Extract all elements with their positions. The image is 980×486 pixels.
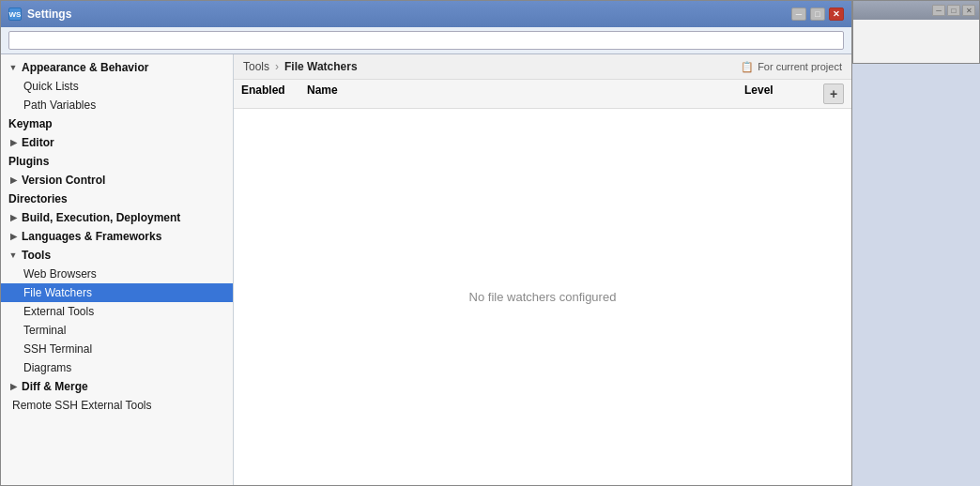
sidebar-item-plugins[interactable]: Plugins	[1, 152, 233, 171]
app-icon: WS	[8, 8, 22, 21]
sidebar-label-keymap: Keymap	[8, 117, 53, 130]
sidebar-item-languages[interactable]: Languages & Frameworks	[1, 227, 233, 246]
title-controls: ─ □ ✕	[791, 8, 844, 21]
sidebar-label-editor: Editor	[22, 136, 54, 149]
sidebar-item-terminal[interactable]: Terminal	[1, 321, 233, 340]
breadcrumb-parent: Tools	[243, 60, 269, 73]
sidebar-label-quick-lists: Quick Lists	[23, 80, 79, 93]
sidebar-label-remote-ssh: Remote SSH External Tools	[12, 399, 152, 412]
second-title-bar: ─ □ ✕	[853, 1, 979, 20]
sidebar-item-path-variables[interactable]: Path Variables	[1, 96, 233, 114]
content-area: Tools › File Watchers 📋 For current proj…	[234, 54, 851, 485]
expand-arrow-vc	[8, 175, 18, 185]
settings-window: WS Settings ─ □ ✕ Appearance & Behavior …	[0, 0, 852, 486]
sidebar-item-tools[interactable]: Tools	[1, 246, 233, 265]
sidebar-item-web-browsers[interactable]: Web Browsers	[1, 265, 233, 283]
sidebar-item-file-watchers[interactable]: File Watchers	[1, 283, 233, 302]
second-window: ─ □ ✕	[852, 0, 980, 64]
expand-arrow-languages	[8, 232, 18, 241]
breadcrumb-current: File Watchers	[284, 60, 358, 73]
sidebar-item-diff-merge[interactable]: Diff & Merge	[1, 377, 233, 396]
minimize-button[interactable]: ─	[791, 8, 806, 21]
sidebar-label-external-tools: External Tools	[23, 305, 94, 318]
search-bar	[1, 27, 851, 54]
table-body: No file watchers configured	[234, 109, 851, 485]
sidebar-label-ssh-terminal: SSH Terminal	[23, 342, 92, 356]
title-bar-left: WS Settings	[8, 8, 71, 21]
sidebar-label-path-variables: Path Variables	[23, 99, 96, 112]
sidebar-label-tools: Tools	[22, 249, 51, 262]
project-label: For current project	[758, 61, 842, 72]
sidebar-label-web-browsers: Web Browsers	[23, 267, 97, 281]
empty-message: No file watchers configured	[469, 290, 617, 304]
sidebar-label-file-watchers: File Watchers	[23, 286, 92, 299]
table-header: Enabled Name Level +	[234, 80, 851, 109]
expand-arrow-appearance	[8, 63, 18, 72]
second-close-button[interactable]: ✕	[962, 5, 975, 16]
main-content: Appearance & Behavior Quick Lists Path V…	[1, 54, 851, 485]
expand-arrow-build	[8, 213, 18, 222]
maximize-button[interactable]: □	[810, 8, 825, 21]
title-bar: WS Settings ─ □ ✕	[1, 1, 851, 27]
sidebar-item-directories[interactable]: Directories	[1, 190, 233, 208]
sidebar-label-appearance: Appearance & Behavior	[22, 61, 148, 74]
window-title: Settings	[27, 8, 71, 21]
second-maximize-button[interactable]: □	[947, 5, 960, 16]
sidebar-item-appearance[interactable]: Appearance & Behavior	[1, 58, 233, 77]
second-minimize-button[interactable]: ─	[932, 5, 945, 16]
expand-arrow-diff	[8, 382, 18, 391]
sidebar-item-keymap[interactable]: Keymap	[1, 114, 233, 133]
sidebar-item-remote-ssh[interactable]: Remote SSH External Tools	[1, 396, 233, 415]
sidebar-label-diff-merge: Diff & Merge	[22, 380, 88, 393]
sidebar-label-build: Build, Execution, Deployment	[22, 211, 180, 224]
sidebar-item-external-tools[interactable]: External Tools	[1, 302, 233, 321]
sidebar-label-directories: Directories	[8, 192, 68, 205]
col-header-name: Name	[307, 84, 744, 104]
sidebar-label-plugins: Plugins	[8, 155, 49, 168]
expand-arrow-editor	[8, 138, 18, 147]
sidebar-label-languages: Languages & Frameworks	[22, 230, 161, 243]
sidebar-item-version-control[interactable]: Version Control	[1, 171, 233, 190]
project-icon: 📋	[741, 61, 754, 73]
sidebar-label-terminal: Terminal	[23, 324, 66, 337]
breadcrumb: Tools › File Watchers 📋 For current proj…	[234, 54, 851, 80]
col-header-level: Level	[744, 84, 819, 104]
project-check: 📋 For current project	[741, 61, 842, 73]
sidebar-item-editor[interactable]: Editor	[1, 133, 233, 152]
search-input[interactable]	[8, 31, 844, 50]
breadcrumb-separator: ›	[275, 60, 279, 73]
sidebar-item-quick-lists[interactable]: Quick Lists	[1, 77, 233, 96]
sidebar-label-version-control: Version Control	[22, 174, 105, 187]
close-button[interactable]: ✕	[829, 8, 844, 21]
expand-arrow-tools	[8, 251, 18, 260]
sidebar-item-build[interactable]: Build, Execution, Deployment	[1, 208, 233, 227]
sidebar-label-diagrams: Diagrams	[23, 361, 71, 374]
sidebar-item-ssh-terminal[interactable]: SSH Terminal	[1, 340, 233, 358]
add-watcher-button[interactable]: +	[823, 84, 844, 104]
sidebar: Appearance & Behavior Quick Lists Path V…	[1, 54, 234, 485]
sidebar-item-diagrams[interactable]: Diagrams	[1, 358, 233, 377]
col-header-enabled: Enabled	[241, 84, 307, 104]
